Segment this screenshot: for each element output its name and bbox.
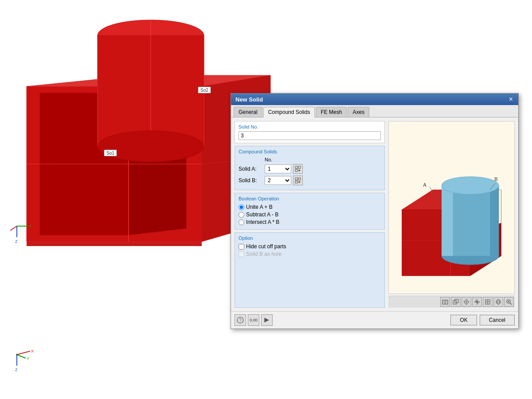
compound-solids-section: Compound Solids No. Solid A: 1 2 3	[235, 146, 385, 190]
dialog-titlebar: New Solid ×	[231, 94, 518, 105]
preview-btn-view4[interactable]	[483, 297, 493, 307]
subtract-radio[interactable]	[239, 212, 244, 218]
boolean-operation-section: Boolean Operation Unite A + B Subtract A…	[235, 193, 385, 230]
footer-left-buttons: ? 0,00	[235, 314, 273, 326]
hide-cut-off-label: Hide cut off parts	[246, 243, 286, 250]
preview-toolbar	[388, 296, 515, 308]
solid-b-as-hole-label: Solid B as hole	[246, 251, 282, 257]
svg-text:Z: Z	[15, 239, 18, 244]
solid-no-group: Solid No.	[235, 121, 385, 143]
cancel-button[interactable]: Cancel	[480, 315, 515, 325]
solid-b-select[interactable]: 1 2 3	[265, 176, 291, 185]
svg-marker-82	[265, 318, 269, 322]
dialog-title: New Solid	[235, 96, 263, 103]
no-column-label: No.	[265, 157, 381, 162]
svg-rect-31	[295, 166, 297, 168]
svg-rect-36	[295, 178, 297, 180]
dialog-right-panel: A B	[388, 121, 515, 308]
preview-btn-render[interactable]	[493, 297, 503, 307]
solid-b-label: Solid B:	[239, 177, 263, 184]
svg-rect-63	[455, 299, 458, 303]
intersect-label: Intersect A * B	[246, 219, 279, 225]
tab-fe-mesh[interactable]: FE Mesh	[316, 107, 347, 117]
intersect-radio[interactable]	[239, 219, 244, 225]
preview-btn-screenshot[interactable]	[440, 297, 450, 307]
svg-marker-52	[442, 185, 453, 256]
unite-radio[interactable]	[239, 204, 244, 210]
ok-button[interactable]: OK	[450, 315, 477, 325]
hide-cut-off-row: Hide cut off parts	[239, 243, 381, 250]
dialog-tabs: General Compound Solids FE Mesh Axes	[231, 105, 518, 117]
preview-btn-view2[interactable]	[462, 297, 471, 307]
svg-text:?: ?	[239, 318, 242, 323]
hide-cut-off-checkbox[interactable]	[239, 244, 244, 250]
solid-a-select[interactable]: 1 2 3	[265, 164, 291, 173]
svg-text:B: B	[494, 176, 497, 182]
solid-a-select-button[interactable]	[293, 164, 303, 174]
boolean-operation-title: Boolean Operation	[239, 196, 381, 201]
dialog-footer: ? 0,00 OK Cancel	[231, 311, 518, 329]
solid-a-row: Solid A: 1 2 3	[239, 164, 381, 174]
option-title: Option	[239, 235, 381, 241]
svg-text:Y: Y	[27, 356, 29, 361]
svg-text:Z: Z	[15, 368, 18, 372]
subtract-label: Subtract A - B	[246, 211, 278, 218]
value-button[interactable]: 0,00	[248, 314, 259, 326]
svg-text:So2: So2	[200, 88, 208, 93]
intersect-row: Intersect A * B	[239, 219, 381, 225]
svg-rect-38	[295, 181, 297, 183]
new-solid-dialog: New Solid × General Compound Solids FE M…	[231, 93, 519, 329]
unite-row: Unite A + B	[239, 204, 381, 210]
svg-line-24	[17, 351, 30, 355]
tab-axes[interactable]: Axes	[348, 107, 369, 117]
svg-marker-0	[27, 242, 202, 246]
svg-text:So1: So1	[106, 151, 114, 156]
tab-compound-solids[interactable]: Compound Solids	[263, 107, 315, 117]
option-section: Option Hide cut off parts Solid B as hol…	[235, 232, 385, 308]
svg-point-54	[442, 176, 499, 194]
solid-no-label: Solid No.	[239, 124, 381, 129]
svg-rect-33	[295, 169, 297, 172]
preview-area: A B	[388, 121, 515, 294]
solid-b-as-hole-checkbox	[239, 251, 244, 257]
svg-line-26	[17, 355, 26, 358]
extra-button[interactable]	[261, 314, 273, 326]
subtract-row: Subtract A - B	[239, 211, 381, 218]
svg-text:Y: Y	[29, 224, 31, 229]
svg-line-77	[510, 303, 512, 305]
svg-point-61	[444, 301, 446, 303]
dialog-close-button[interactable]: ×	[508, 96, 514, 103]
help-button[interactable]: ?	[235, 314, 246, 326]
preview-btn-view1[interactable]	[451, 297, 461, 307]
svg-text:A: A	[423, 182, 426, 188]
unite-label: Unite A + B	[246, 204, 273, 210]
compound-solids-title: Compound Solids	[239, 149, 381, 154]
svg-point-11	[98, 131, 204, 162]
svg-rect-37	[298, 178, 301, 180]
footer-right-buttons: OK Cancel	[450, 315, 515, 325]
value-display: 0,00	[250, 318, 258, 322]
dialog-content: Solid No. Compound Solids No. Solid A: 1…	[231, 117, 518, 311]
dialog-left-panel: Solid No. Compound Solids No. Solid A: 1…	[235, 121, 385, 308]
preview-btn-zoom[interactable]	[504, 297, 514, 307]
svg-line-23	[10, 226, 17, 231]
solid-b-row: Solid B: 1 2 3	[239, 176, 381, 185]
svg-text:X: X	[31, 349, 34, 353]
solid-b-select-button[interactable]	[293, 176, 303, 185]
solid-a-label: Solid A:	[239, 166, 263, 172]
solid-b-as-hole-row: Solid B as hole	[239, 251, 381, 257]
preview-btn-view3[interactable]	[472, 297, 482, 307]
tab-general[interactable]: General	[234, 107, 262, 117]
svg-point-30	[16, 354, 18, 356]
svg-rect-32	[298, 166, 301, 168]
svg-marker-53	[490, 185, 499, 256]
solid-no-input[interactable]	[239, 131, 381, 140]
